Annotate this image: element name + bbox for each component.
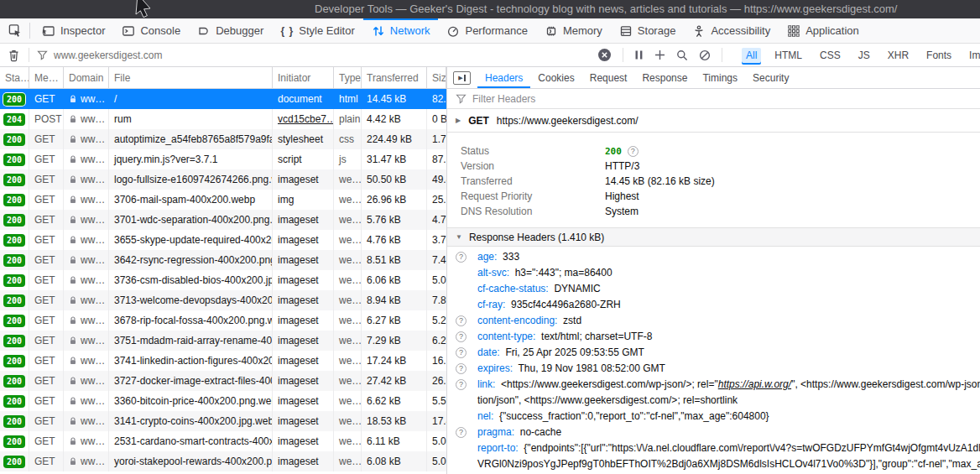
network-toolbar: www.geekersdigest.com: [0, 44, 980, 67]
filter-headers-input[interactable]: Filter Headers: [447, 89, 980, 109]
toolbox-tab-style-editor[interactable]: { }Style Editor: [272, 18, 362, 43]
initiator-cell: document: [273, 89, 334, 109]
header-value-link[interactable]: https://api.w.org/: [718, 378, 791, 390]
method-cell: GET: [29, 411, 64, 431]
window-title: Developer Tools — Geeker's Digest - tech…: [315, 3, 897, 15]
header-value-continuation: tion/json", <https://www.geekersdigest.c…: [447, 393, 980, 409]
initiator-text: imageset: [278, 254, 319, 266]
domain-text: ww…: [81, 456, 105, 467]
request-row[interactable]: 200GETww…3727-docker-image-extract-files…: [0, 371, 446, 391]
request-row[interactable]: 200GETww…/documenthtml14.45 kB82.1: [0, 89, 446, 109]
request-row[interactable]: 200GETww…3141-crypto-coins-400x200.jpg.w…: [0, 411, 446, 431]
request-row[interactable]: 200GETww…3360-bitcoin-price-400x200.png.…: [0, 391, 446, 411]
request-row[interactable]: 200GETww…autoptimize_a54feb8765a8f579a9f…: [0, 129, 446, 149]
type-filter-all[interactable]: All: [742, 48, 761, 63]
toolbox-tab-performance[interactable]: Performance: [438, 18, 535, 43]
column-header-transferred[interactable]: Transferred: [362, 67, 427, 88]
status-cell: 200: [0, 431, 29, 451]
details-tab-request[interactable]: Request: [582, 67, 635, 88]
column-header-size[interactable]: Size: [427, 67, 446, 88]
type-cell: we…: [334, 250, 362, 270]
column-header-file[interactable]: File: [109, 67, 273, 88]
type-filter-js[interactable]: JS: [854, 48, 874, 63]
request-row[interactable]: 200GETww…3741-linkedin-action-figures-40…: [0, 351, 446, 371]
status-cell: 204: [0, 109, 29, 129]
details-tab-security[interactable]: Security: [745, 67, 796, 88]
request-row[interactable]: 200GETww…2531-cardano-smart-contracts-40…: [0, 431, 446, 451]
request-row[interactable]: 204POSTww…rumvcd15cbe7…plain4.42 kB0 B: [0, 109, 446, 129]
column-header-me[interactable]: Me…: [29, 67, 64, 88]
block-request-icon[interactable]: [699, 49, 711, 61]
type-filter-css[interactable]: CSS: [816, 48, 845, 63]
type-filter-html[interactable]: HTML: [770, 48, 806, 63]
help-icon[interactable]: ?: [456, 347, 467, 358]
request-row[interactable]: 200GETww…3655-skype-update-required-400x…: [0, 230, 446, 250]
request-row[interactable]: 200GETww…3713-welcome-devopsdays-400x200…: [0, 290, 446, 310]
performance-icon: [446, 24, 460, 38]
header-value: 333: [503, 251, 519, 263]
request-row[interactable]: 200GETww…logo-fullsize-e1609742674266.pn…: [0, 169, 446, 190]
request-summary-row[interactable]: ▶ GET https://www.geekersdigest.com/: [447, 109, 980, 133]
toolbox-tab-storage[interactable]: Storage: [611, 18, 685, 43]
transferred-cell: 27.42 kB: [362, 371, 427, 391]
toolbox-tab-application[interactable]: Application: [779, 18, 868, 43]
initiator-link[interactable]: vcd15cbe7…: [278, 113, 334, 125]
toolbox-tab-accessibility[interactable]: Accessibility: [684, 18, 779, 43]
help-icon[interactable]: ?: [456, 252, 467, 263]
file-cell: 3741-linkedin-action-figures-400x200: [109, 351, 273, 371]
toggle-details-pane-icon[interactable]: ▶: [453, 71, 471, 85]
request-url-filter[interactable]: www.geekersdigest.com: [37, 44, 162, 66]
transferred-cell: 50.50 kB: [362, 169, 427, 190]
column-header-domain[interactable]: Domain: [64, 67, 109, 88]
column-header-sta[interactable]: Sta…: [0, 67, 29, 88]
request-row[interactable]: 200GETww…3706-mail-spam-400x200.webpimgw…: [0, 190, 446, 210]
column-header-type[interactable]: Type: [334, 67, 362, 88]
clear-requests-button[interactable]: [8, 49, 20, 62]
help-icon[interactable]: ?: [456, 315, 467, 326]
type-filter-images[interactable]: Images: [965, 48, 980, 63]
toolbox-tab-inspector[interactable]: Inspector: [34, 18, 113, 43]
pick-element-button[interactable]: [0, 18, 29, 43]
size-cell: 3.70: [427, 230, 446, 250]
summary-row: VersionHTTP/3: [461, 159, 980, 174]
request-row[interactable]: 200GETww…3736-csm-disabled-bios-400x200.…: [0, 270, 446, 290]
summary-row: Request PriorityHighest: [461, 189, 980, 204]
help-icon[interactable]: ?: [456, 331, 467, 342]
toolbox-tab-network[interactable]: Network: [363, 18, 439, 43]
request-row[interactable]: 200GETww…3701-wdc-separation-400x200.png…: [0, 210, 446, 230]
toolbox-tab-console[interactable]: Console: [113, 18, 189, 43]
request-row[interactable]: 200GETww…3642-rsync-regression-400x200.p…: [0, 250, 446, 270]
details-tab-response[interactable]: Response: [634, 67, 695, 88]
clear-filter-icon[interactable]: [597, 48, 612, 62]
help-icon[interactable]: ?: [456, 363, 467, 374]
toolbox-tab-label: Performance: [465, 24, 527, 37]
request-row[interactable]: 200GETww…yoroi-stakepool-rewards-400x200…: [0, 451, 446, 471]
type-filter-fonts[interactable]: Fonts: [922, 48, 956, 63]
request-row[interactable]: 200GETww…jquery.min.js?ver=3.7.1scriptjs…: [0, 149, 446, 169]
new-request-icon[interactable]: [654, 49, 665, 60]
type-filter-xhr[interactable]: XHR: [884, 48, 913, 63]
column-header-initiator[interactable]: Initiator: [273, 67, 334, 88]
details-tab-cookies[interactable]: Cookies: [530, 67, 581, 88]
help-icon[interactable]: ?: [628, 146, 639, 157]
help-icon[interactable]: ?: [456, 379, 467, 390]
request-row[interactable]: 200GETww…3678-rip-focal-fossa-400x200.pn…: [0, 310, 446, 331]
toolbox-tab-debugger[interactable]: Debugger: [189, 18, 272, 43]
response-headers-section-header[interactable]: ▼ Response Headers (1.410 kB): [447, 227, 980, 247]
request-row[interactable]: 200GETww…3751-mdadm-raid-array-rename-40…: [0, 331, 446, 351]
transferred-cell: 4.76 kB: [362, 230, 427, 250]
search-icon[interactable]: [676, 49, 688, 61]
pause-recording-icon[interactable]: [634, 49, 644, 60]
status-badge: 200: [3, 395, 25, 408]
details-tab-timings[interactable]: Timings: [695, 67, 745, 88]
summary-value: Highest: [605, 190, 639, 202]
details-tab-headers[interactable]: Headers: [477, 67, 530, 88]
lock-icon: [69, 376, 77, 386]
transferred-cell: 14.45 kB: [362, 89, 427, 109]
storage-icon: [619, 24, 633, 38]
toolbox-tab-memory[interactable]: Memory: [536, 18, 611, 43]
domain-cell: ww…: [64, 169, 109, 190]
lock-icon: [69, 94, 77, 104]
help-icon[interactable]: ?: [456, 427, 467, 438]
method-cell: GET: [29, 129, 64, 149]
